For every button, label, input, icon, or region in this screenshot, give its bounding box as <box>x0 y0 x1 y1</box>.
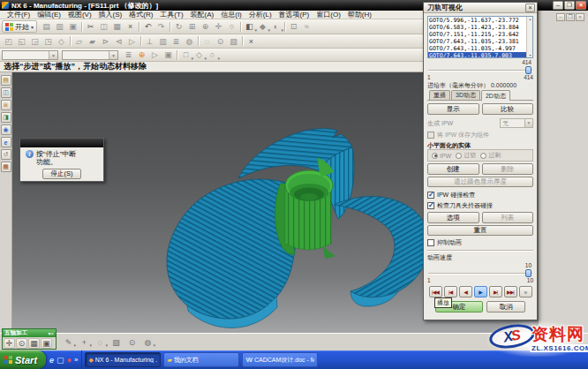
menu-insert[interactable]: 插入(S) <box>95 10 126 19</box>
replay-toolpath-icon[interactable]: ⊲ <box>112 35 125 47</box>
quicklaunch-more-icon[interactable]: » <box>74 356 78 364</box>
cut-icon[interactable]: ✂ <box>84 21 97 33</box>
menu-format[interactable]: 格式(R) <box>125 10 156 19</box>
list-output-icon[interactable]: ≣ <box>170 35 183 47</box>
part-navigator-icon[interactable]: ≣ <box>1 100 11 110</box>
pan-hand-icon[interactable]: ✛ <box>4 338 15 349</box>
orient-view-icon[interactable]: ◐ <box>269 21 283 33</box>
edge-select-icon[interactable]: ○ <box>206 49 219 61</box>
menu-help[interactable]: 帮助(H) <box>344 10 375 19</box>
create-button[interactable]: 创建 <box>427 163 479 175</box>
radio-excess[interactable]: 过剩 <box>480 151 501 160</box>
snap-point-icon[interactable]: ⊡ <box>287 21 300 33</box>
sync-icon[interactable]: ◌ <box>200 35 214 47</box>
goto-line[interactable]: GOTO/7.643,-11.035,-4.997 <box>428 45 526 52</box>
goto-line[interactable]: GOTO/7.643,-11.035,-23.381 <box>428 38 526 45</box>
stop-button[interactable]: 停止(S) <box>42 169 81 179</box>
wireframe-view-icon[interactable]: ◆ <box>256 21 269 33</box>
fit-window-icon[interactable]: ▦ <box>28 338 40 349</box>
plus-select-icon[interactable]: + <box>78 336 91 348</box>
menu-window[interactable]: 窗口(O) <box>313 10 344 19</box>
type-filter-combo[interactable]: ▼ <box>2 50 58 60</box>
brush-icon[interactable]: ✎ <box>62 336 75 348</box>
create-tool-icon[interactable]: ◱ <box>15 35 28 47</box>
tab-replay[interactable]: 重播 <box>429 90 450 100</box>
child-minimize-button[interactable]: – <box>556 13 565 21</box>
forward-to-end-button[interactable]: ▶▶| <box>504 286 517 297</box>
menu-assemblies[interactable]: 装配(A) <box>187 10 218 19</box>
workpiece-icon[interactable]: ▧ <box>227 35 240 47</box>
menu-file[interactable]: 文件(F) <box>4 10 34 19</box>
start-app-button[interactable]: 开始 ▾ <box>2 20 37 33</box>
constraint-navigator-icon[interactable]: ◫ <box>1 87 11 98</box>
tool-display-icon[interactable]: ⊙ <box>214 35 227 47</box>
child-restore-button[interactable]: ❐ <box>566 13 575 21</box>
reset-button[interactable]: 重置 <box>427 225 533 236</box>
compare-button[interactable]: 比较 <box>482 103 534 115</box>
scope-filter-combo[interactable]: ▼ <box>62 50 118 60</box>
ie-quicklaunch-icon[interactable]: e <box>49 356 54 365</box>
holder-collision-checkbox[interactable] <box>427 202 434 209</box>
machine-sim-icon[interactable]: ◍ <box>183 35 196 47</box>
undo-icon[interactable]: ↶ <box>141 21 155 33</box>
rotate-icon[interactable]: ○ <box>225 21 238 33</box>
goto-line[interactable]: GOTO/5.996,-11.637,-23.772 <box>428 17 526 24</box>
save-ipw-checkbox[interactable] <box>427 132 434 139</box>
menu-edit[interactable]: 编辑(E) <box>34 10 64 19</box>
generate-icon[interactable]: ⊕ <box>135 49 148 61</box>
magnify-icon[interactable]: ⊙ <box>125 336 139 348</box>
radio-gouge[interactable]: 过切 <box>456 151 476 160</box>
edit-operation-icon[interactable]: ▱ <box>72 35 86 47</box>
options-button[interactable]: 选项 <box>427 212 479 223</box>
verify-icon[interactable]: ▷ <box>148 49 162 61</box>
close-icon[interactable]: × <box>525 4 535 12</box>
delete-button[interactable]: 删除 <box>482 163 534 175</box>
line-slider-thumb[interactable] <box>525 66 531 74</box>
minimize-button[interactable]: – <box>553 1 563 10</box>
menu-information[interactable]: 信息(I) <box>217 10 245 19</box>
zoom-icon[interactable]: ⊕ <box>199 21 212 33</box>
generate-toolpath-icon[interactable]: ⊳ <box>99 35 112 47</box>
box-select-icon[interactable]: □ <box>179 49 192 61</box>
copy-icon[interactable]: ◫ <box>97 21 110 33</box>
dialog-titlebar[interactable]: 刀轨可视化 × <box>424 3 537 13</box>
show-desktop-icon[interactable]: ▢ <box>57 356 64 365</box>
generate-ipw-combo[interactable]: 无 ▼ <box>500 118 533 128</box>
delete-icon[interactable]: × <box>124 21 137 33</box>
list-view-icon[interactable]: ≣ <box>122 49 135 61</box>
assembly-navigator-icon[interactable]: ▤ <box>1 75 11 86</box>
menu-preferences[interactable]: 首选项(P) <box>275 10 313 19</box>
create-program-icon[interactable]: ◰ <box>2 35 15 47</box>
task-my-documents[interactable]: ▰ 我的文档 <box>163 352 239 367</box>
reuse-library-icon[interactable]: ◨ <box>1 112 11 123</box>
zoom-view-icon[interactable]: ⊙ <box>16 338 27 349</box>
create-geometry-icon[interactable]: ◲ <box>28 35 41 47</box>
step-to-start-button[interactable]: |◀ <box>444 286 457 297</box>
tab-3d-dynamic[interactable]: 3D动态 <box>451 90 480 100</box>
close-toolbar-icon[interactable]: × <box>245 35 258 47</box>
history-icon[interactable]: ↺ <box>1 149 11 160</box>
open-file-icon[interactable]: ▥ <box>53 21 66 33</box>
new-file-icon[interactable]: ▤ <box>40 21 53 33</box>
restore-button[interactable]: ❐ <box>564 1 575 10</box>
goto-line[interactable]: GOTO/7.151,-11.215,-23.642 <box>428 31 526 38</box>
materials-icon[interactable]: ▦ <box>1 162 11 172</box>
paste-icon[interactable]: ▦ <box>110 21 124 33</box>
goto-line[interactable]: GOTO/7.643,-11.035,7.003 <box>428 52 526 58</box>
verify-toolpath-icon[interactable]: ▷ <box>125 35 139 47</box>
thickness-by-color-button[interactable]: 通过颜色显示厚度 <box>427 177 533 187</box>
save-icon[interactable]: ▣ <box>66 21 79 33</box>
machine-icon[interactable]: ▣ <box>162 49 175 61</box>
task-word-doc[interactable]: W CADCAM设计.doc - M... <box>242 352 318 367</box>
shaded-view-icon[interactable]: ◧ <box>243 21 256 33</box>
sphere-icon[interactable]: ◍ <box>141 336 155 348</box>
child-close-button[interactable]: × <box>576 13 584 21</box>
close-icon[interactable]: × <box>50 331 54 336</box>
step-forward-button[interactable]: ▶| <box>489 286 502 297</box>
cut-operation-icon[interactable]: ▰ <box>86 35 99 47</box>
list-scrollbar[interactable] <box>526 17 532 57</box>
rewind-to-start-button[interactable]: |◀◀ <box>429 286 442 297</box>
show-button[interactable]: 显示 <box>427 103 479 115</box>
speed-slider-thumb[interactable] <box>525 269 531 277</box>
fit-view-icon[interactable]: ⊞ <box>185 21 199 33</box>
